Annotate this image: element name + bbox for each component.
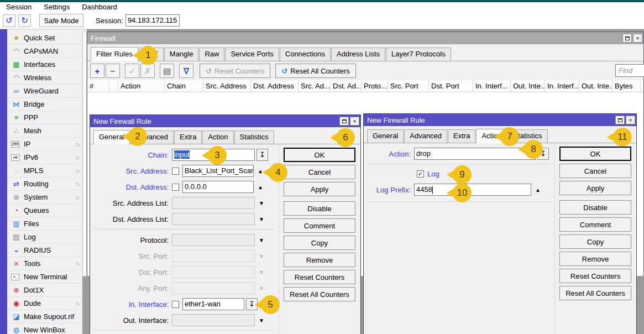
tab-general[interactable]: General: [367, 129, 404, 143]
sidebar-item-new-terminal[interactable]: >_ New Terminal ▷: [7, 270, 82, 284]
reset-counters-button[interactable]: Reset Counters: [559, 269, 631, 283]
apply-button[interactable]: Apply: [559, 181, 631, 195]
reset-counters-button[interactable]: ↺ Reset Counters: [200, 64, 270, 78]
reset-all-counters-button[interactable]: Reset All Counters: [284, 287, 355, 301]
dialog1-titlebar[interactable]: New Firewall Rule ×: [90, 115, 360, 127]
tab-service-ports[interactable]: Service Ports: [225, 48, 279, 61]
dst-address-input[interactable]: 0.0.0.0: [182, 181, 254, 193]
src-address-input[interactable]: Black_List_Port_Scan: [182, 165, 254, 177]
undo-button[interactable]: ↺: [3, 14, 15, 27]
action-input[interactable]: drop: [414, 148, 536, 160]
sidebar-item-queues[interactable]: ◔ Queues ▷: [7, 204, 82, 217]
sidebar-item-mesh[interactable]: ∴ Mesh ▷: [7, 124, 82, 138]
sidebar-item-dot1x[interactable]: ⊕ Dot1X ▷: [7, 284, 82, 297]
tab-layer7-protocols[interactable]: Layer7 Protocols: [386, 48, 451, 61]
firewall-titlebar[interactable]: Firewall ×: [87, 32, 643, 44]
close-icon[interactable]: ×: [626, 116, 635, 124]
tab-filter-rules[interactable]: Filter Rules: [91, 47, 138, 61]
close-icon[interactable]: ×: [350, 117, 359, 126]
menu-settings[interactable]: Settings: [38, 2, 76, 12]
dst-address-not-checkbox[interactable]: [172, 184, 179, 191]
column-header[interactable]: Bytes: [612, 80, 641, 92]
dst-address-list-down-icon[interactable]: ▼: [259, 216, 264, 222]
remove-button[interactable]: −: [106, 64, 120, 78]
column-header[interactable]: Src. Address: [203, 80, 251, 92]
reset-all-counters-button[interactable]: ↺ Reset All Counters: [275, 64, 356, 78]
protocol-down-icon[interactable]: ▼: [259, 237, 264, 243]
tab-advanced[interactable]: Advanced: [404, 129, 447, 143]
maximize-button[interactable]: [615, 116, 625, 124]
remove-button[interactable]: Remove: [284, 253, 355, 267]
tab-action[interactable]: Action: [202, 131, 233, 144]
find-input[interactable]: [615, 64, 644, 77]
sidebar-item-ip[interactable]: 255 IP ▷: [7, 138, 82, 151]
add-button[interactable]: +: [90, 64, 104, 78]
cancel-button[interactable]: Cancel: [559, 164, 631, 178]
sidebar-item-system[interactable]: ⊛ System ▷: [7, 191, 82, 204]
tab-mangle[interactable]: Mangle: [164, 48, 199, 61]
column-header[interactable]: In. Interf...: [473, 80, 511, 92]
close-icon[interactable]: ×: [633, 34, 642, 43]
enable-button[interactable]: ✓: [125, 64, 139, 78]
column-header[interactable]: #: [87, 80, 109, 92]
session-address-field[interactable]: 94.183.172.115: [125, 14, 180, 27]
apply-button[interactable]: Apply: [284, 182, 355, 196]
log-prefix-up-icon[interactable]: ▲: [535, 187, 541, 193]
disable-button[interactable]: Disable: [284, 201, 355, 216]
column-header[interactable]: Src. Port: [388, 80, 429, 92]
column-header[interactable]: Action: [118, 80, 165, 92]
sidebar-item-make-supout[interactable]: ◪ Make Supout.rif ▷: [7, 310, 82, 323]
dst-address-up-icon[interactable]: ▲: [258, 184, 263, 190]
dst-address-list-combo[interactable]: [172, 213, 255, 225]
column-header[interactable]: Out. Inte...: [511, 80, 545, 92]
reset-counters-button[interactable]: Reset Counters: [284, 270, 355, 284]
column-header[interactable]: [109, 80, 118, 92]
disable-button[interactable]: ✗: [140, 64, 155, 78]
tab-raw[interactable]: Raw: [199, 48, 224, 61]
comment-button[interactable]: ▤: [160, 64, 174, 78]
src-address-list-down-icon[interactable]: ▼: [259, 200, 264, 206]
ok-button[interactable]: OK: [284, 148, 355, 162]
comment-button[interactable]: Comment: [284, 218, 355, 233]
protocol-combo[interactable]: [172, 234, 255, 246]
column-header[interactable]: Dst. Ad...: [331, 80, 362, 92]
src-address-list-combo[interactable]: [172, 197, 255, 209]
log-checkbox[interactable]: ✓: [417, 170, 424, 178]
filter-button[interactable]: ∇: [179, 64, 193, 78]
tab-extra[interactable]: Extra: [174, 131, 202, 144]
maximize-button[interactable]: [339, 117, 349, 126]
sidebar-item-bridge[interactable]: ⋈ Bridge ▷: [7, 98, 82, 111]
column-header[interactable]: In. Interf...: [545, 80, 579, 92]
tab-address-lists[interactable]: Address Lists: [331, 48, 385, 61]
reset-all-counters-button[interactable]: Reset All Counters: [559, 286, 631, 300]
sidebar-item-quick-set[interactable]: ★ Quick Set ▷: [7, 32, 82, 45]
tab-connections[interactable]: Connections: [280, 48, 331, 61]
remove-button[interactable]: Remove: [559, 252, 631, 266]
copy-button[interactable]: Copy: [284, 236, 355, 250]
sidebar-scrollbar[interactable]: [82, 32, 87, 334]
sidebar-item-capsman[interactable]: ◠ CAPsMAN ▷: [7, 45, 82, 58]
column-header[interactable]: Chain: [165, 80, 203, 92]
sidebar-item-wireless[interactable]: ◠ Wireless ▷: [7, 71, 82, 85]
redo-button[interactable]: ↻: [18, 14, 31, 27]
sidebar-item-ppp[interactable]: ≡ PPP ▷: [7, 111, 82, 124]
maximize-button[interactable]: [622, 34, 632, 43]
chain-dropdown-button[interactable]: ↧: [256, 149, 268, 161]
sidebar-item-log[interactable]: ▤ Log ▷: [7, 231, 82, 244]
column-header[interactable]: Out. Inte...: [579, 80, 612, 92]
sidebar-item-ipv6[interactable]: v6 IPv6 ▷: [7, 151, 82, 164]
safe-mode-button[interactable]: Safe Mode: [39, 14, 83, 27]
cancel-button[interactable]: Cancel: [284, 165, 355, 179]
log-prefix-input[interactable]: 4458: [414, 184, 531, 196]
sidebar-scrollbar-thumb[interactable]: [82, 32, 87, 276]
comment-button[interactable]: Comment: [559, 217, 631, 232]
out-interface-down-icon[interactable]: ▼: [259, 317, 264, 323]
tab-extra[interactable]: Extra: [448, 129, 475, 143]
column-header[interactable]: Dst. Address: [251, 80, 299, 92]
src-address-not-checkbox[interactable]: [172, 168, 179, 175]
sidebar-item-files[interactable]: ▥ Files ▷: [7, 217, 82, 231]
in-interface-input[interactable]: ether1-wan: [182, 298, 244, 310]
sidebar-item-mpls[interactable]: ◌ MPLS ▷: [7, 164, 82, 178]
ok-button[interactable]: OK: [559, 147, 631, 161]
in-interface-not-checkbox[interactable]: [172, 301, 179, 308]
